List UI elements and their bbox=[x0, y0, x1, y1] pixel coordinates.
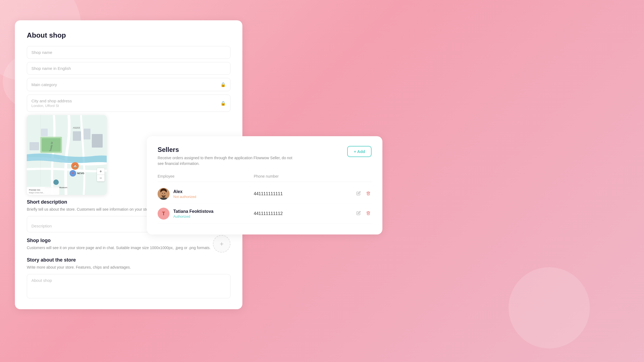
phone-column-header: Phone number bbox=[254, 174, 350, 178]
svg-text:King's Cross hot...: King's Cross hot... bbox=[29, 192, 44, 194]
svg-text:🏠: 🏠 bbox=[73, 164, 77, 168]
logo-left: Shop logo Customers will see it on your … bbox=[27, 235, 213, 255]
svg-rect-7 bbox=[92, 134, 103, 148]
story-section: Story about the store Write more about y… bbox=[27, 257, 230, 298]
svg-rect-6 bbox=[84, 129, 90, 139]
actions-column-header bbox=[350, 174, 372, 178]
svg-text:📍: 📍 bbox=[71, 172, 74, 175]
seller-status-alex: Not authorized bbox=[173, 195, 196, 199]
story-desc: Write more about your store. Features, c… bbox=[27, 265, 230, 270]
svg-rect-25 bbox=[160, 198, 167, 200]
lock-icon: 🔒 bbox=[220, 82, 226, 87]
city-address-field[interactable]: City and shop address London, Ufford St … bbox=[27, 94, 230, 112]
svg-rect-4 bbox=[41, 129, 48, 136]
map-container: Treaty St A5203 📍 NCVO London Canal Muse… bbox=[27, 115, 107, 195]
employee-column-header: Employee bbox=[158, 174, 254, 178]
table-header: Employee Phone number bbox=[158, 174, 372, 182]
city-address-value: London, Ufford St bbox=[31, 104, 72, 108]
svg-text:A5203: A5203 bbox=[73, 126, 80, 129]
story-title: Story about the store bbox=[27, 257, 230, 263]
shop-form: Shop name Shop name in English Main cate… bbox=[27, 46, 230, 112]
about-shop-title: About shop bbox=[27, 31, 230, 40]
description-placeholder: Description bbox=[31, 224, 52, 228]
shop-logo-section: Shop logo Customers will see it on your … bbox=[27, 235, 230, 255]
lock-icon-2: 🔒 bbox=[220, 101, 226, 106]
seller-row-tatiana: T Tatiana Feoktistova Authorized 4411111… bbox=[158, 204, 372, 224]
shop-name-placeholder: Shop name bbox=[31, 50, 52, 55]
svg-text:NCVO: NCVO bbox=[77, 172, 84, 175]
about-shop-placeholder: About shop bbox=[31, 278, 52, 283]
edit-seller-tatiana-button[interactable] bbox=[355, 210, 362, 217]
shop-logo-desc: Customers will see it on your store page… bbox=[27, 245, 213, 251]
shop-name-en-placeholder: Shop name in English bbox=[31, 66, 71, 71]
logo-plus-icon: + bbox=[220, 240, 223, 248]
avatar-tatiana: T bbox=[158, 208, 170, 220]
seller-name-alex: Alex Not authorized bbox=[173, 189, 196, 199]
city-address-label: City and shop address bbox=[31, 99, 72, 103]
delete-seller-alex-button[interactable] bbox=[365, 190, 372, 198]
svg-point-13 bbox=[53, 180, 59, 185]
sellers-title: Sellers bbox=[158, 146, 293, 154]
main-category-placeholder: Main category bbox=[31, 82, 57, 87]
svg-rect-3 bbox=[30, 142, 39, 150]
avatar-alex bbox=[158, 188, 170, 200]
svg-text:Premier Inn: Premier Inn bbox=[29, 189, 40, 191]
main-category-field[interactable]: Main category 🔒 bbox=[27, 78, 230, 91]
add-seller-button[interactable]: + Add bbox=[347, 146, 372, 157]
sellers-table: Employee Phone number bbox=[158, 174, 372, 224]
svg-point-23 bbox=[162, 193, 163, 194]
seller-actions-alex bbox=[350, 190, 372, 198]
sellers-description: Receive orders assigned to them through … bbox=[158, 155, 293, 167]
sellers-info: Sellers Receive orders assigned to them … bbox=[158, 146, 293, 167]
sellers-header: Sellers Receive orders assigned to them … bbox=[158, 146, 372, 167]
avatar-letter-tatiana: T bbox=[162, 211, 165, 217]
svg-rect-5 bbox=[73, 131, 81, 141]
seller-actions-tatiana bbox=[350, 210, 372, 217]
svg-point-24 bbox=[164, 193, 165, 194]
seller-info-alex: Alex Not authorized bbox=[158, 188, 254, 200]
logo-upload-button[interactable]: + bbox=[213, 235, 230, 253]
seller-row-alex: Alex Not authorized 441111111111 bbox=[158, 184, 372, 204]
shop-logo-title: Shop logo bbox=[27, 238, 213, 243]
seller-info-tatiana: T Tatiana Feoktistova Authorized bbox=[158, 208, 254, 220]
seller-name-tatiana: Tatiana Feoktistova Authorized bbox=[173, 209, 213, 218]
shop-name-en-field[interactable]: Shop name in English bbox=[27, 62, 230, 75]
edit-seller-alex-button[interactable] bbox=[355, 190, 362, 198]
delete-seller-tatiana-button[interactable] bbox=[365, 210, 372, 217]
seller-phone-alex: 441111111111 bbox=[254, 191, 350, 196]
seller-phone-tatiana: 441111111112 bbox=[254, 211, 350, 216]
map-zoom-in-button[interactable]: + bbox=[97, 168, 105, 175]
map-zoom-out-button[interactable]: − bbox=[97, 175, 105, 181]
about-shop-textarea[interactable]: About shop bbox=[27, 274, 230, 298]
shop-name-field[interactable]: Shop name bbox=[27, 46, 230, 59]
seller-status-tatiana: Authorized bbox=[173, 214, 213, 218]
sellers-card: Sellers Receive orders assigned to them … bbox=[147, 136, 382, 234]
